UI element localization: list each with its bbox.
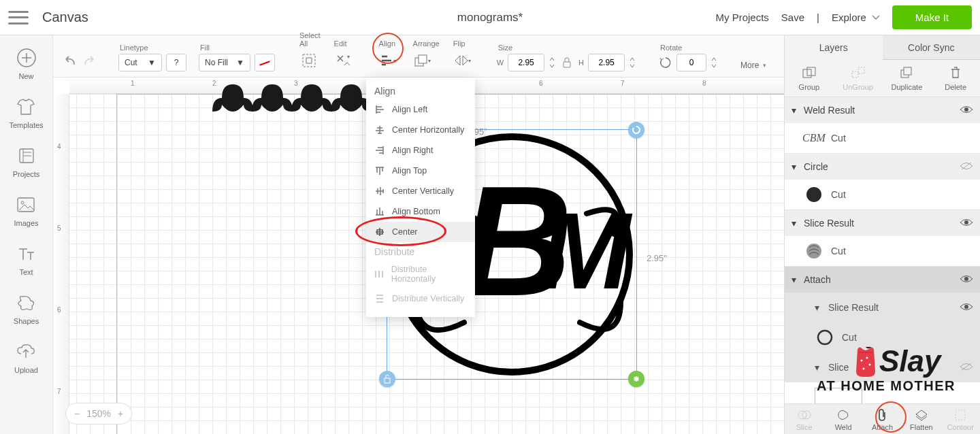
sidebar-item-templates[interactable]: Templates — [9, 97, 43, 129]
align-left-icon — [374, 104, 385, 115]
flatten-button[interactable]: Flatten — [904, 408, 938, 431]
svg-point-25 — [964, 305, 968, 309]
chevron-down-icon[interactable]: ▾ — [763, 62, 766, 69]
w-label: W — [497, 59, 504, 67]
weld-button[interactable]: Weld — [826, 408, 860, 431]
layer-weld-result[interactable]: ▾Weld Result — [785, 97, 980, 123]
eye-icon[interactable] — [960, 218, 973, 229]
redo-button[interactable] — [82, 52, 99, 70]
sidebar-item-upload[interactable]: Upload — [14, 341, 38, 374]
layer-row[interactable]: CBMCut — [785, 123, 980, 153]
sidebar-item-images[interactable]: Images — [14, 195, 38, 227]
lock-handle[interactable] — [379, 371, 395, 387]
steppers-icon[interactable] — [549, 56, 555, 69]
center-item[interactable]: Center — [366, 222, 475, 242]
eye-icon[interactable] — [960, 274, 973, 286]
caret-down-icon: ▾ — [791, 218, 798, 229]
sidebar-item-label: Templates — [9, 121, 43, 129]
fill-dropdown[interactable]: No Fill▼ — [199, 54, 250, 71]
rotate-handle[interactable] — [628, 122, 644, 138]
group-icon — [802, 65, 817, 80]
linetype-dropdown[interactable]: Cut▼ — [118, 54, 162, 71]
ungroup-button[interactable]: UnGroup — [838, 65, 878, 91]
my-projects-link[interactable]: My Projects — [715, 12, 768, 23]
layer-row[interactable]: ▾Slice — [785, 352, 980, 382]
ruler-vertical: 4 5 6 7 — [53, 94, 69, 434]
save-button[interactable]: Save — [781, 12, 804, 23]
caret-down-icon: ▾ — [791, 105, 798, 116]
fill-swatch[interactable] — [255, 54, 275, 71]
explore-dropdown[interactable]: Explore — [832, 12, 880, 23]
rotate-input[interactable] — [676, 54, 706, 71]
layer-circle[interactable]: ▾Circle — [785, 154, 980, 180]
align-right-item[interactable]: Align Right — [366, 140, 475, 161]
group-button[interactable]: Group — [789, 65, 829, 91]
contour-button[interactable]: Contour — [943, 408, 977, 431]
linetype-control: Linetype Cut▼ ? — [118, 44, 186, 71]
scale-handle[interactable] — [628, 371, 644, 387]
distribute-v-item: Distribute Vertically — [366, 288, 475, 309]
svg-point-20 — [964, 107, 968, 112]
attach-button[interactable]: Attach — [865, 408, 899, 431]
center-icon — [374, 227, 385, 237]
sidebar-item-text[interactable]: Text — [16, 244, 37, 276]
center-vertically-item[interactable]: Center Vertically — [366, 181, 475, 201]
select-all-button[interactable] — [298, 50, 320, 71]
eye-off-icon[interactable] — [960, 362, 973, 373]
svg-rect-17 — [858, 67, 864, 73]
linetype-help[interactable]: ? — [166, 54, 186, 71]
align-bottom-item[interactable]: Align Bottom — [366, 201, 475, 222]
fill-control: Fill No Fill▼ — [199, 44, 275, 71]
align-button[interactable]: ▾ — [378, 50, 399, 71]
menu-icon[interactable] — [8, 11, 29, 24]
explore-label: Explore — [832, 12, 866, 23]
align-right-icon — [374, 145, 385, 156]
make-it-button[interactable]: Make It — [892, 5, 972, 29]
width-input[interactable] — [508, 54, 544, 71]
layer-row[interactable]: Cut — [785, 180, 980, 210]
eye-icon[interactable] — [960, 105, 973, 116]
eye-off-icon[interactable] — [960, 161, 973, 173]
zoom-control[interactable]: − 150% + — [65, 403, 132, 424]
sidebar-item-label: Upload — [14, 366, 38, 374]
steppers-icon[interactable] — [710, 56, 717, 69]
tab-layers[interactable]: Layers — [785, 35, 883, 60]
arrange-button[interactable]: ▾ — [412, 50, 434, 71]
layer-attach[interactable]: ▾Attach — [785, 267, 980, 293]
layer-row[interactable]: Cut — [785, 322, 980, 352]
sidebar-item-new[interactable]: New — [16, 48, 37, 80]
caret-down-icon: ▾ — [815, 302, 821, 313]
align-bottom-icon — [374, 206, 385, 217]
zoom-in-icon[interactable]: + — [118, 408, 123, 419]
edit-control: Edit ▾ — [333, 39, 355, 71]
layer-row[interactable]: Cut — [785, 236, 980, 266]
layer-row[interactable]: ▾Slice Result — [785, 293, 980, 322]
app-title: Canvas — [42, 10, 88, 25]
undo-button[interactable] — [60, 52, 78, 70]
document-title[interactable]: monograms* — [457, 11, 523, 24]
tab-color-sync[interactable]: Color Sync — [883, 35, 981, 60]
height-input[interactable] — [588, 54, 625, 71]
center-horizontally-item[interactable]: Center Horizontally — [366, 120, 475, 140]
trash-icon — [949, 65, 962, 80]
upload-icon — [16, 341, 36, 362]
sidebar-item-projects[interactable]: Projects — [13, 146, 40, 178]
lock-icon[interactable] — [562, 56, 572, 69]
eye-icon[interactable] — [960, 302, 973, 314]
slice-button[interactable]: Slice — [787, 408, 821, 431]
svg-point-3 — [21, 201, 24, 204]
flip-button[interactable]: ▾ — [452, 50, 474, 71]
layer-slice-result[interactable]: ▾Slice Result — [785, 210, 980, 236]
align-left-item[interactable]: Align Left — [366, 99, 475, 120]
edit-button[interactable]: ▾ — [333, 50, 355, 71]
delete-button[interactable]: Delete — [936, 65, 975, 91]
sidebar-item-shapes[interactable]: Shapes — [14, 293, 39, 325]
steppers-icon[interactable] — [629, 56, 636, 69]
svg-point-24 — [964, 277, 968, 281]
svg-text:▾: ▾ — [428, 58, 431, 64]
zoom-out-icon[interactable]: − — [74, 408, 80, 419]
rotate-icon[interactable] — [659, 56, 672, 69]
svg-rect-29 — [956, 410, 965, 420]
duplicate-button[interactable]: Duplicate — [887, 65, 926, 91]
align-top-item[interactable]: Align Top — [366, 161, 475, 181]
